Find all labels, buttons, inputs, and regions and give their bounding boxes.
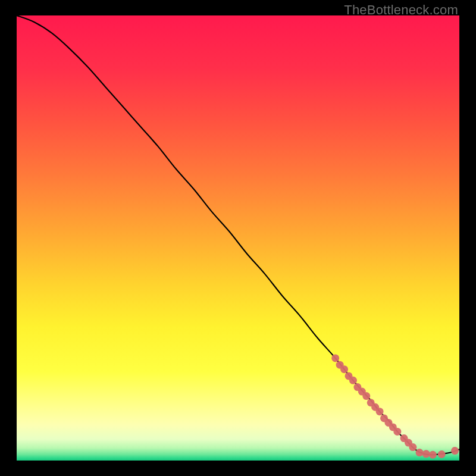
highlight-dot	[376, 408, 384, 415]
highlight-dot	[409, 443, 416, 451]
highlight-dot	[438, 450, 446, 458]
chart-frame: TheBottleneck.com	[0, 0, 476, 476]
highlight-dot	[340, 365, 348, 373]
gradient-background	[17, 15, 459, 461]
highlight-dot	[393, 428, 401, 436]
highlight-dot	[451, 447, 459, 455]
highlight-dot	[416, 449, 424, 456]
highlight-dot	[331, 354, 339, 362]
highlight-dot	[429, 451, 437, 459]
highlight-dot	[422, 450, 430, 458]
highlight-dot	[362, 392, 370, 400]
chart-svg	[17, 15, 459, 461]
highlight-dot	[349, 377, 357, 384]
chart-plot-area	[17, 15, 459, 461]
